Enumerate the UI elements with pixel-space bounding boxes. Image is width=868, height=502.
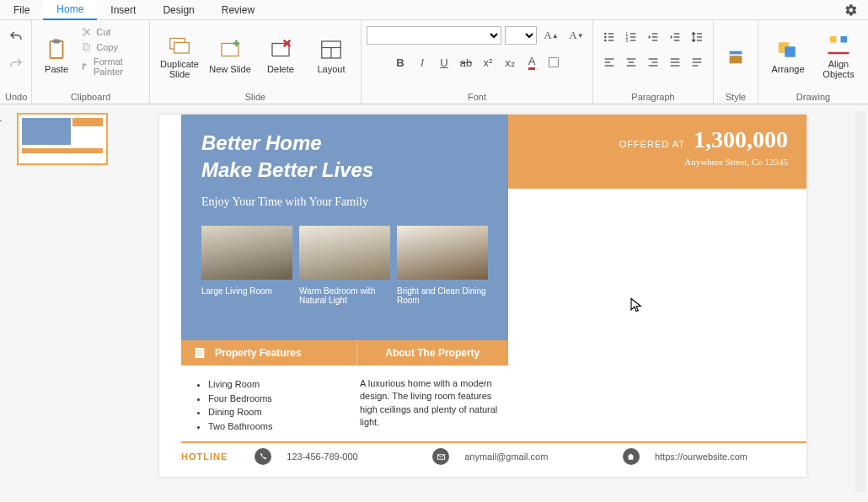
align-left-button[interactable] xyxy=(598,52,620,72)
paste-label: Paste xyxy=(45,64,68,74)
features-list[interactable]: Living Room Four Bedrooms Dining Room Tw… xyxy=(181,366,353,445)
image-dining-room[interactable] xyxy=(397,226,488,280)
underline-button[interactable]: U xyxy=(433,52,455,72)
svg-rect-1 xyxy=(53,39,60,43)
image-bedroom[interactable] xyxy=(299,226,390,280)
tab-about[interactable]: About The Property xyxy=(356,340,509,366)
duplicate-slide-label: Duplicate Slide xyxy=(155,59,204,79)
copy-button[interactable]: Copy xyxy=(78,40,144,54)
image-living-room[interactable] xyxy=(201,226,292,280)
address[interactable]: Anywhere Street, Co 12345 xyxy=(527,157,788,167)
svg-point-16 xyxy=(604,36,607,39)
svg-point-18 xyxy=(604,40,607,42)
svg-rect-52 xyxy=(830,36,837,43)
ribbon: Undo Paste Cut Copy Format Painter Clipb… xyxy=(0,20,868,104)
layout-label: Layout xyxy=(317,64,345,74)
align-right-button[interactable] xyxy=(642,52,664,72)
undo-button[interactable] xyxy=(5,27,27,47)
align-objects-button[interactable]: Align Objects xyxy=(814,22,863,89)
svg-rect-0 xyxy=(51,41,63,58)
caption-1[interactable]: Large Living Room xyxy=(201,286,292,305)
font-size-select[interactable] xyxy=(505,26,537,45)
group-font-label: Font xyxy=(367,92,587,104)
arrange-button[interactable]: Arrange xyxy=(764,22,812,89)
redo-button[interactable] xyxy=(5,54,27,74)
group-style-label: Style xyxy=(719,92,753,104)
menu-file[interactable]: File xyxy=(0,1,43,19)
menu-review[interactable]: Review xyxy=(208,1,268,19)
caption-3[interactable]: Bright and Clean Dining Room xyxy=(397,286,488,305)
line-spacing-button[interactable] xyxy=(686,27,708,47)
content-tabs: Property Features About The Property xyxy=(181,340,508,366)
slide[interactable]: Better HomeMake Better Lives Enjoy Your … xyxy=(159,115,806,477)
slide-thumbnail-1[interactable] xyxy=(17,113,108,165)
group-undo-label: Undo xyxy=(5,92,26,104)
menu-design[interactable]: Design xyxy=(149,1,207,19)
offered-at-label: OFFERED AT xyxy=(619,139,685,149)
offer-panel[interactable]: OFFERED AT 1,300,000 Anywhere Street, Co… xyxy=(508,115,806,189)
price[interactable]: 1,300,000 xyxy=(694,126,788,153)
grow-font-button[interactable]: A▲ xyxy=(540,25,562,45)
thumb-number: 1 xyxy=(0,113,2,123)
group-clipboard-label: Clipboard xyxy=(37,92,144,104)
menu-bar: File Home Insert Design Review xyxy=(0,0,868,20)
group-drawing-label: Drawing xyxy=(764,92,863,104)
italic-button[interactable]: I xyxy=(411,52,433,72)
align-objects-label: Align Objects xyxy=(814,59,863,79)
hero-blue-panel[interactable]: Better HomeMake Better Lives Enjoy Your … xyxy=(181,115,508,340)
menu-insert[interactable]: Insert xyxy=(97,1,149,19)
delete-button[interactable]: Delete xyxy=(256,22,305,89)
layout-button[interactable]: Layout xyxy=(307,22,356,89)
phone-icon xyxy=(255,448,271,465)
numbering-button[interactable]: 123 xyxy=(620,27,642,47)
new-slide-button[interactable]: New Slide xyxy=(206,22,255,89)
email-icon xyxy=(432,448,449,465)
style-button[interactable] xyxy=(725,47,747,67)
menu-home[interactable]: Home xyxy=(43,0,97,20)
font-color-button[interactable]: A xyxy=(521,52,543,72)
feature-item: Dining Room xyxy=(208,405,338,419)
align-center-button[interactable] xyxy=(620,52,642,72)
svg-rect-13 xyxy=(549,58,559,67)
new-slide-label: New Slide xyxy=(209,64,251,74)
settings-gear-icon[interactable] xyxy=(834,3,868,17)
slide-subtitle[interactable]: Enjoy Your Time with Your Family xyxy=(201,195,488,209)
shrink-font-button[interactable]: A▼ xyxy=(565,25,587,45)
duplicate-slide-button[interactable]: Duplicate Slide xyxy=(155,22,204,89)
svg-rect-4 xyxy=(83,43,88,49)
group-slide-label: Slide xyxy=(155,92,356,104)
tab-features[interactable]: Property Features xyxy=(181,340,356,366)
svg-rect-5 xyxy=(85,45,90,51)
feature-item: Two Bathrooms xyxy=(208,419,338,434)
feature-item: Living Room xyxy=(208,377,338,392)
slide-title[interactable]: Better HomeMake Better Lives xyxy=(201,130,488,184)
highlight-button[interactable] xyxy=(543,52,565,72)
slide-footer[interactable]: HOTLINE 123-456-789-000 anymail@gmail.co… xyxy=(181,441,806,465)
svg-point-14 xyxy=(604,33,607,35)
delete-label: Delete xyxy=(267,64,294,74)
subscript-button[interactable]: x₂ xyxy=(499,52,521,72)
slide-canvas[interactable]: Better HomeMake Better Lives Enjoy Your … xyxy=(115,104,851,502)
font-family-select[interactable] xyxy=(367,26,501,45)
arrange-label: Arrange xyxy=(771,64,804,74)
superscript-button[interactable]: x² xyxy=(477,52,499,72)
website: https://ourwebsite.com xyxy=(655,451,747,462)
distribute-button[interactable] xyxy=(686,52,708,72)
indent-button[interactable] xyxy=(664,27,686,47)
vertical-scrollbar[interactable] xyxy=(855,111,865,492)
phone: 123-456-789-000 xyxy=(287,451,357,462)
bullets-button[interactable] xyxy=(598,27,620,47)
justify-button[interactable] xyxy=(664,52,686,72)
document-icon xyxy=(193,346,206,360)
email: anymail@gmail.com xyxy=(464,451,548,462)
bold-button[interactable]: B xyxy=(389,52,411,72)
cut-button[interactable]: Cut xyxy=(78,25,144,39)
paste-button[interactable]: Paste xyxy=(37,22,76,89)
strike-button[interactable]: ab xyxy=(455,52,477,72)
svg-rect-51 xyxy=(785,46,796,57)
caption-2[interactable]: Warm Bedroom with Natural Light xyxy=(299,286,390,305)
outdent-button[interactable] xyxy=(642,27,664,47)
format-painter-button[interactable]: Format Painter xyxy=(78,56,144,77)
about-text[interactable]: A luxurious home with a modern design. T… xyxy=(353,366,508,445)
svg-rect-53 xyxy=(841,36,848,43)
